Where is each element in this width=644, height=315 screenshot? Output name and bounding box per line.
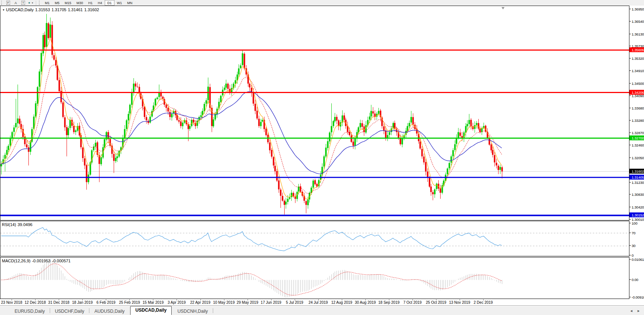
shapes-icon[interactable]: ✦▼ (27, 0, 34, 5)
candles (1, 14, 503, 214)
price-tick-label: 1.33280 (629, 118, 644, 122)
mt4-window: FAT✦▼ M1M5M15M30H1H4D1W1MN ▼USDCAD,Daily… (0, 0, 644, 315)
price-level-tag: 1.34206 (629, 90, 644, 95)
date-label: 12 Dec 2018 (25, 300, 46, 305)
price-axis[interactable]: 1.369501.365401.361301.357301.353201.349… (629, 6, 644, 299)
date-label: 2 Dec 2019 (474, 300, 493, 305)
price-tick-label: 1.32460 (629, 143, 644, 147)
price-tick-label: 1.36130 (629, 32, 644, 36)
date-label: 31 Dec 2018 (48, 300, 70, 305)
macd-panel[interactable]: MACD(12,26,9)-0.001953-0.000571 (0, 257, 629, 299)
toolbar-grip[interactable] (39, 1, 40, 5)
date-label: 23 Nov 2018 (1, 300, 22, 305)
date-label: 24 Jul 2019 (309, 300, 328, 305)
chart-symbol-label: USDCAD,Daily (6, 7, 34, 12)
rsi-tick-label: 70 (629, 231, 635, 235)
chart-title: ▼USDCAD,Daily1.315531.317051.314611.3160… (2, 7, 101, 12)
chart-tabs: EURUSD,DailyUSDCHF,DailyAUDUSD,DailyUSDC… (10, 306, 213, 315)
rsi-tick-label: 0 (629, 253, 634, 257)
price-tick-label: 1.34500 (629, 81, 644, 85)
price-tick-label: 1.32050 (629, 155, 644, 160)
timeframe-button-m30[interactable]: M30 (74, 0, 86, 6)
date-label: 12 Aug 2019 (331, 300, 352, 305)
price-tick-label: 1.31230 (629, 180, 644, 185)
rsi-canvas[interactable] (0, 221, 629, 256)
macd-name: MACD(12,26,9) (2, 259, 30, 263)
macd-tick-label: 0.010615 (629, 257, 644, 262)
price-tick-label: 1.30420 (629, 205, 644, 209)
ohlc-low: 1.31461 (68, 7, 83, 12)
date-label: 22 Apr 2019 (190, 300, 211, 305)
timeframe-group: M1M5M15M30H1H4D1W1MN (42, 0, 135, 6)
tab-usdcad-daily[interactable]: USDCAD,Daily (130, 306, 172, 315)
dropdown-caret-icon[interactable]: ▼ (31, 2, 34, 4)
timeframe-button-m1[interactable]: M1 (42, 0, 52, 6)
ma-line-fast (1, 38, 502, 199)
rsi-label: RSI(14)39.0496 (2, 222, 34, 227)
macd-label: MACD(12,26,9)-0.001953-0.000571 (2, 259, 72, 263)
fibonacci-icon[interactable]: F (4, 0, 12, 5)
price-level-tag: 1.35606 (629, 47, 644, 52)
rsi-tick-label: 30 (629, 244, 635, 248)
rsi-name: RSI(14) (2, 222, 16, 227)
date-label: 18 Sep 2019 (378, 300, 400, 305)
date-label: 7 Oct 2019 (403, 300, 421, 305)
tab-scroll-left-icon[interactable]: ◄ (630, 309, 633, 313)
timeframe-button-mn[interactable]: MN (125, 0, 135, 6)
date-label: 30 Aug 2019 (355, 300, 376, 305)
tab-usdcnh-daily[interactable]: USDCNH,Daily (172, 308, 212, 315)
price-tick-label: 1.33680 (629, 106, 644, 110)
date-label: 6 Feb 2019 (96, 300, 116, 305)
price-tick-label: 1.34910 (629, 69, 644, 73)
tab-separator (213, 308, 213, 313)
text-label-icon[interactable]: T (19, 0, 27, 5)
rsi-value: 39.0496 (18, 222, 33, 227)
macd-signal-value: -0.000571 (52, 259, 71, 263)
date-label: 5 Jul 2019 (286, 300, 303, 305)
date-label: 15 Mar 2019 (142, 300, 163, 305)
macd-main-value: -0.001953 (32, 259, 50, 263)
timeframe-button-m15[interactable]: M15 (62, 0, 74, 6)
price-tick-label: 1.36950 (629, 7, 644, 11)
price-level-tag: 1.31405 (629, 175, 644, 179)
main-chart-canvas[interactable] (0, 6, 629, 220)
price-level-tag: 1.32700 (629, 135, 644, 140)
macd-canvas[interactable] (0, 257, 629, 299)
macd-tick-label: 0.00 (629, 278, 638, 282)
date-label: 25 Oct 2019 (426, 300, 446, 305)
price-tick-label: 1.32870 (629, 130, 644, 135)
tab-audusd-daily[interactable]: AUDUSD,Daily (89, 308, 129, 315)
price-tick-label: 1.30830 (629, 192, 644, 197)
text-icon[interactable]: A (12, 0, 19, 5)
time-axis[interactable]: 23 Nov 201812 Dec 201831 Dec 201818 Jan … (0, 299, 644, 306)
toolbar-separator (36, 1, 36, 5)
date-label: 17 Jun 2019 (261, 300, 281, 305)
drawing-tools-group: FAT✦▼ (4, 0, 34, 5)
timeframe-button-w1[interactable]: W1 (114, 0, 125, 6)
macd-tick-label: -0.00918 (629, 295, 644, 299)
current-price-tag: 1.31602 (629, 169, 644, 173)
tab-scroll-right-icon[interactable]: ► (637, 309, 640, 313)
timeframe-button-h1[interactable]: H1 (86, 0, 95, 6)
tab-eurusd-daily[interactable]: EURUSD,Daily (10, 308, 50, 315)
chart-tab-bar: EURUSD,DailyUSDCHF,DailyAUDUSD,DailyUSDC… (0, 306, 644, 315)
timeframe-button-d1[interactable]: D1 (105, 0, 114, 6)
timeframe-button-h4[interactable]: H4 (95, 0, 105, 6)
ohlc-open: 1.31553 (35, 7, 50, 12)
date-label: 18 Jan 2019 (72, 300, 93, 305)
ohlc-high: 1.31705 (52, 7, 67, 12)
date-label: 13 Nov 2019 (449, 300, 470, 305)
rsi-tick-label: 100 (629, 221, 637, 225)
chart-dropdown-icon[interactable]: ▼ (2, 9, 5, 11)
tab-scroll-arrows: ◄ ► (627, 309, 640, 313)
toolbar-grip[interactable] (1, 1, 3, 5)
date-label: 3 Apr 2019 (168, 300, 185, 305)
ohlc-close: 1.31602 (84, 7, 99, 12)
chart-shift-marker-icon[interactable] (502, 7, 505, 9)
main-chart-panel[interactable]: ▼USDCAD,Daily1.315531.317051.314611.3160… (0, 6, 629, 220)
rsi-panel[interactable]: RSI(14)39.0496 (0, 221, 629, 256)
toolbar: FAT✦▼ M1M5M15M30H1H4D1W1MN (0, 0, 644, 6)
date-label: 10 May 2019 (213, 300, 235, 305)
tab-usdchf-daily[interactable]: USDCHF,Daily (50, 308, 89, 315)
timeframe-button-m5[interactable]: M5 (52, 0, 62, 6)
